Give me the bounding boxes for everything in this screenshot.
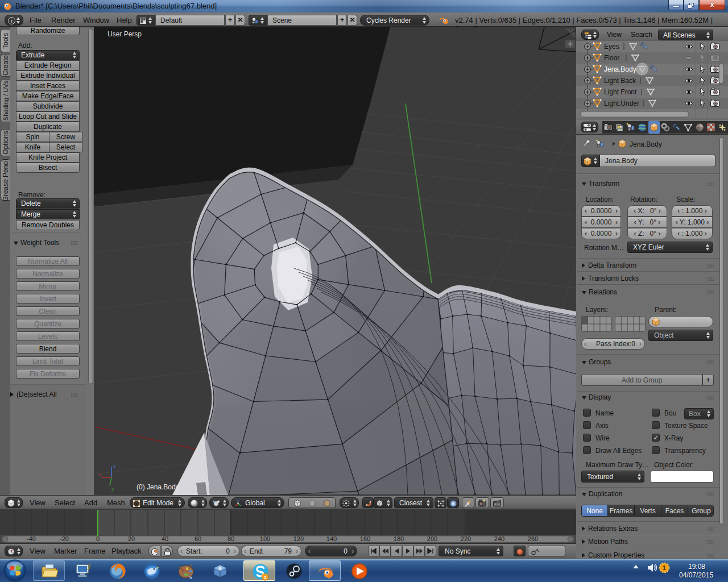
- svg-text:User Persp: User Persp: [107, 30, 142, 38]
- svg-text:120: 120: [293, 535, 304, 542]
- svg-text:240: 240: [494, 535, 504, 542]
- svg-text:220: 220: [461, 535, 471, 542]
- svg-text:z: z: [113, 463, 116, 469]
- svg-text:60: 60: [195, 535, 201, 542]
- svg-text:y: y: [111, 486, 114, 492]
- svg-text:1: 1: [264, 575, 267, 580]
- svg-text:(0) Jena.Body: (0) Jena.Body: [136, 483, 179, 491]
- svg-text:80: 80: [228, 535, 234, 542]
- svg-text:180: 180: [394, 535, 404, 542]
- svg-text:Light Front: Light Front: [604, 88, 637, 96]
- svg-text:-40: -40: [27, 535, 36, 542]
- svg-text:Light Back: Light Back: [604, 77, 636, 85]
- svg-text:5: 5: [189, 575, 192, 580]
- svg-text:-20: -20: [60, 535, 69, 542]
- svg-text:Light.Under: Light.Under: [604, 99, 639, 107]
- svg-text:1: 1: [663, 564, 666, 571]
- svg-text:260: 260: [528, 535, 538, 542]
- svg-text:200: 200: [427, 535, 437, 542]
- svg-text:20: 20: [128, 535, 135, 542]
- svg-text:40: 40: [162, 535, 168, 542]
- svg-text:x: x: [98, 472, 101, 477]
- svg-text:Eyes: Eyes: [604, 43, 619, 51]
- svg-text:160: 160: [360, 535, 370, 542]
- svg-text:140: 140: [326, 535, 337, 542]
- svg-text:Floor: Floor: [604, 54, 619, 62]
- svg-text:100: 100: [260, 535, 270, 542]
- svg-text:Jena.Body: Jena.Body: [604, 65, 636, 73]
